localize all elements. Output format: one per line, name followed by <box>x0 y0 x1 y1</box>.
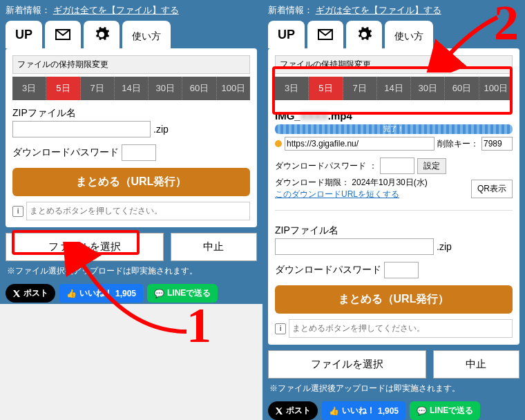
combine-button[interactable]: まとめる（URL発行） <box>275 285 513 314</box>
cancel-button[interactable]: 中止 <box>433 350 519 379</box>
x-share-button[interactable]: ポスト <box>268 401 318 420</box>
fb-like-button[interactable]: 👍 いいね！ 1,905 <box>59 284 143 303</box>
retention-30d[interactable]: 30日 <box>149 77 182 100</box>
pw-label: ダウンロードパスワード <box>275 264 381 276</box>
line-icon: 💬 <box>417 406 427 416</box>
thumbs-up-icon: 👍 <box>66 289 77 298</box>
retention-selector: 3日 5日 7日 14日 30日 60日 100日 <box>275 77 513 100</box>
combine-button[interactable]: まとめる（URL発行） <box>12 168 250 196</box>
retention-14d[interactable]: 14日 <box>115 77 149 100</box>
pw-input[interactable] <box>122 144 156 161</box>
pw-input[interactable] <box>384 262 419 278</box>
set-pw-button[interactable]: 設定 <box>417 158 446 174</box>
zip-input[interactable] <box>275 238 434 255</box>
tab-settings[interactable] <box>84 21 120 48</box>
x-icon <box>275 407 283 415</box>
tab-settings[interactable] <box>346 21 382 48</box>
status-dot-icon <box>275 140 282 147</box>
line-share-button[interactable]: 💬 LINEで送る <box>410 401 480 420</box>
retention-5d[interactable]: 5日 <box>309 77 343 100</box>
tab-mail[interactable] <box>307 21 343 48</box>
zip-label: ZIPファイル名 <box>12 107 76 120</box>
info-icon: i <box>12 206 23 217</box>
annotation-number-2: 2 <box>494 0 519 52</box>
x-share-button[interactable]: ポスト <box>6 284 55 303</box>
result-pw-input[interactable] <box>380 158 414 174</box>
uploaded-filename: IMG_XXXX.mp4 <box>275 110 513 122</box>
thumbs-up-icon: 👍 <box>329 406 339 416</box>
news-bar: 新着情報： ギガは全てを【ファイル】する <box>262 0 525 21</box>
retention-60d[interactable]: 60日 <box>182 77 216 100</box>
upload-note: ※ファイル選択後アップロードは即実施されます。 <box>0 265 262 284</box>
annotation-number-1: 1 <box>187 297 211 354</box>
pw-label: ダウンロードパスワード <box>12 146 119 159</box>
expire-label: ダウンロード期限： <box>275 178 350 187</box>
mail-icon <box>55 26 71 43</box>
gear-icon <box>356 26 372 43</box>
cancel-button[interactable]: 中止 <box>171 233 257 261</box>
fb-like-button[interactable]: 👍 いいね！ 1,905 <box>322 401 405 420</box>
retention-label: ファイルの保持期限変更 <box>275 55 513 74</box>
shorten-url-link[interactable]: このダウンロードURLを短くする <box>275 189 399 199</box>
retention-30d[interactable]: 30日 <box>411 77 445 100</box>
news-link[interactable]: ギガは全てを【ファイル】する <box>53 5 179 15</box>
gear-icon <box>93 26 110 43</box>
retention-100d[interactable]: 100日 <box>479 77 513 100</box>
retention-3d[interactable]: 3日 <box>12 77 46 100</box>
tab-usage[interactable]: 使い方 <box>122 21 171 48</box>
info-icon: i <box>275 323 286 334</box>
tab-up[interactable]: UP <box>6 21 42 48</box>
retention-14d[interactable]: 14日 <box>377 77 411 100</box>
news-bar: 新着情報： ギガは全てを【ファイル】する <box>0 0 262 21</box>
qr-button[interactable]: QR表示 <box>471 180 513 198</box>
retention-selector: 3日 5日 7日 14日 30日 60日 100日 <box>12 77 250 100</box>
download-url-input[interactable] <box>285 137 435 151</box>
retention-7d[interactable]: 7日 <box>343 77 377 100</box>
tab-mail[interactable] <box>45 21 81 48</box>
line-icon: 💬 <box>154 289 164 298</box>
expire-value: 2024年10月30日(水) <box>352 178 427 187</box>
delete-key-label: 削除キー： <box>437 138 479 150</box>
zip-input[interactable] <box>12 121 151 137</box>
retention-7d[interactable]: 7日 <box>81 77 115 100</box>
zip-label: ZIPファイル名 <box>275 225 338 237</box>
tab-usage[interactable]: 使い方 <box>385 21 433 48</box>
upload-note: ※ファイル選択後アップロードは即実施されます。 <box>262 383 525 401</box>
retention-3d[interactable]: 3日 <box>275 77 309 100</box>
file-select-button[interactable]: ファイルを選択 <box>6 233 164 261</box>
news-link[interactable]: ギガは全てを【ファイル】する <box>316 5 441 15</box>
progress-bar: 完了！ <box>275 124 513 134</box>
info-hint: まとめるボタンを押してください。 <box>289 319 513 338</box>
x-icon <box>12 289 21 298</box>
delete-key-input[interactable] <box>481 137 513 151</box>
retention-5d[interactable]: 5日 <box>46 77 80 100</box>
retention-60d[interactable]: 60日 <box>445 77 479 100</box>
file-select-button[interactable]: ファイルを選択 <box>268 350 426 379</box>
zip-suffix: .zip <box>153 124 169 135</box>
info-hint: まとめるボタンを押してください。 <box>26 202 250 220</box>
retention-100d[interactable]: 100日 <box>217 77 250 100</box>
mail-icon <box>317 26 334 43</box>
tab-up[interactable]: UP <box>268 21 305 48</box>
retention-label: ファイルの保持期限変更 <box>12 55 250 74</box>
